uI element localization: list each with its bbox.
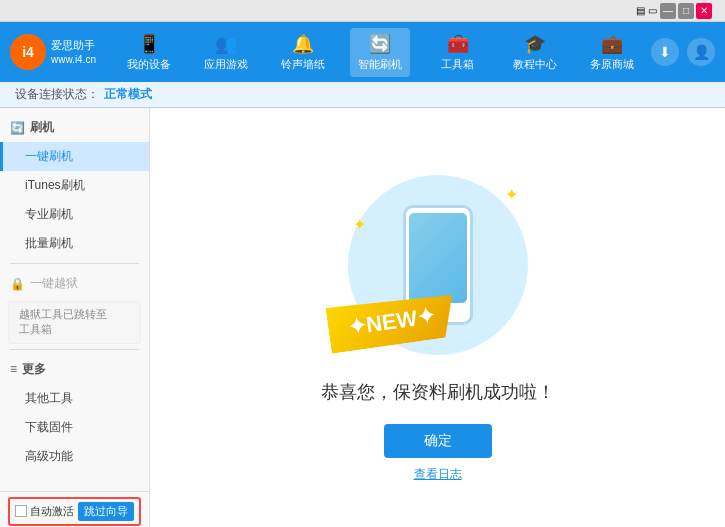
sidebar-item-one-key-flash[interactable]: 一键刷机 xyxy=(0,142,149,171)
more-section-icon: ≡ xyxy=(10,362,17,376)
download-button[interactable]: ⬇ xyxy=(651,38,679,66)
flash-section-icon: 🔄 xyxy=(10,121,25,135)
lock-icon: 🔒 xyxy=(10,277,25,291)
sidebar: 🔄 刷机 一键刷机 iTunes刷机 专业刷机 批量刷机 🔒 一键越狱 越狱工具… xyxy=(0,108,150,527)
sidebar-disabled-jailbreak: 🔒 一键越狱 xyxy=(0,269,149,298)
sidebar-divider-2 xyxy=(10,349,139,350)
service-icon: 💼 xyxy=(601,33,623,55)
battery-icon: ▭ xyxy=(648,5,657,16)
new-badge: ✦NEW✦ xyxy=(328,299,455,345)
nav-tutorials[interactable]: 🎓 教程中心 xyxy=(505,28,565,77)
nav-service[interactable]: 💼 务原商城 xyxy=(582,28,642,77)
app-logo: i4 爱思助手 www.i4.cn xyxy=(10,34,110,70)
main-nav: 📱 我的设备 👥 应用游戏 🔔 铃声墙纸 🔄 智能刷机 🧰 工具箱 🎓 教程中心… xyxy=(110,28,651,77)
apps-games-icon: 👥 xyxy=(215,33,237,55)
view-log-link[interactable]: 查看日志 xyxy=(414,466,462,483)
toolbox-icon: 🧰 xyxy=(447,33,469,55)
auto-activate-checkbox[interactable] xyxy=(15,505,27,517)
sidebar-item-advanced[interactable]: 高级功能 xyxy=(0,442,149,471)
smart-flash-icon: 🔄 xyxy=(369,33,391,55)
success-message: 恭喜您，保资料刷机成功啦！ xyxy=(321,380,555,404)
sparkle-icon-1: ✦ xyxy=(505,185,518,204)
close-button[interactable]: ✕ xyxy=(696,3,712,19)
phone-illustration: ✦ ✦ ✦NEW✦ xyxy=(338,165,538,365)
sparkle-icon-2: ✦ xyxy=(353,215,366,234)
app-header: i4 爱思助手 www.i4.cn 📱 我的设备 👥 应用游戏 🔔 铃声墙纸 🔄… xyxy=(0,22,725,82)
device-panel: 自动激活 跳过向导 📱 iPhone 15 Pro Max 512GB iPho… xyxy=(0,491,149,527)
main-layout: 🔄 刷机 一键刷机 iTunes刷机 专业刷机 批量刷机 🔒 一键越狱 越狱工具… xyxy=(0,108,725,527)
my-device-icon: 📱 xyxy=(138,33,160,55)
sync-contact-button[interactable]: 跳过向导 xyxy=(78,502,134,521)
new-ribbon-text: ✦NEW✦ xyxy=(325,290,457,353)
logo-text: 爱思助手 www.i4.cn xyxy=(51,38,96,65)
sidebar-item-other-tools[interactable]: 其他工具 xyxy=(0,384,149,413)
ringtone-icon: 🔔 xyxy=(292,33,314,55)
sidebar-item-batch-flash[interactable]: 批量刷机 xyxy=(0,229,149,258)
nav-ringtone[interactable]: 🔔 铃声墙纸 xyxy=(273,28,333,77)
sidebar-item-pro-flash[interactable]: 专业刷机 xyxy=(0,200,149,229)
tutorials-icon: 🎓 xyxy=(524,33,546,55)
status-bar: 设备连接状态： 正常模式 xyxy=(0,82,725,108)
minimize-button[interactable]: — xyxy=(660,3,676,19)
sidebar-item-download-firmware[interactable]: 下载固件 xyxy=(0,413,149,442)
sidebar-divider-1 xyxy=(10,263,139,264)
main-content-area: ✦ ✦ ✦NEW✦ 恭喜您，保资料刷机成功啦！ 确定 查看日志 xyxy=(150,108,725,527)
header-actions: ⬇ 👤 xyxy=(651,38,715,66)
sidebar-flash-section: 🔄 刷机 xyxy=(0,113,149,142)
logo-icon: i4 xyxy=(10,34,46,70)
network-icon: ▤ xyxy=(636,5,645,16)
confirm-button[interactable]: 确定 xyxy=(384,424,492,458)
sidebar-notice: 越狱工具已跳转至 工具箱 xyxy=(8,301,141,344)
nav-toolbox[interactable]: 🧰 工具箱 xyxy=(428,28,488,77)
phone-screen xyxy=(409,213,467,303)
nav-my-device[interactable]: 📱 我的设备 xyxy=(119,28,179,77)
auto-activate-label[interactable]: 自动激活 xyxy=(15,504,74,519)
window-controls-bar: ▤ ▭ — □ ✕ xyxy=(0,0,725,22)
sidebar-item-itunes-flash[interactable]: iTunes刷机 xyxy=(0,171,149,200)
nav-smart-flash[interactable]: 🔄 智能刷机 xyxy=(350,28,410,77)
user-button[interactable]: 👤 xyxy=(687,38,715,66)
auto-controls: 自动激活 跳过向导 xyxy=(8,497,141,526)
sidebar-more-section: ≡ 更多 xyxy=(0,355,149,384)
nav-apps-games[interactable]: 👥 应用游戏 xyxy=(196,28,256,77)
maximize-button[interactable]: □ xyxy=(678,3,694,19)
